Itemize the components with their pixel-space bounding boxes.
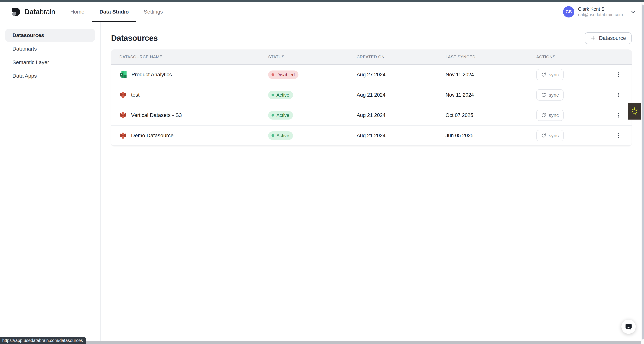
status-label: Active <box>276 113 289 118</box>
datasource-name-cell: X test <box>111 91 268 99</box>
row-menu-button[interactable] <box>614 111 622 120</box>
sync-label: sync <box>549 112 559 118</box>
sidebar: Datasources Datamarts Semantic Layer Dat… <box>0 22 100 344</box>
tab-data-studio[interactable]: Data Studio <box>92 2 136 22</box>
avatar: CS <box>563 6 574 17</box>
datasource-name: Vertical Datasets - S3 <box>131 112 182 118</box>
sync-button[interactable]: sync <box>536 89 564 101</box>
sync-button[interactable]: sync <box>536 130 564 141</box>
sync-button[interactable]: sync <box>536 110 564 121</box>
table-header-row: DATASOURCE NAME STATUS CREATED ON LAST S… <box>111 50 632 65</box>
status-label: Active <box>276 92 289 98</box>
table-row[interactable]: X Product Analytics Disabled Aug 27 2024… <box>111 65 632 85</box>
status-label: Active <box>276 133 289 138</box>
last-synced-cell: Jun 05 2025 <box>446 133 536 139</box>
user-email: uat@usedatabrain.com <box>578 12 623 17</box>
add-datasource-button[interactable]: Datasource <box>585 32 632 44</box>
sidebar-item-datamarts[interactable]: Datamarts <box>5 42 95 55</box>
table-body: X Product Analytics Disabled Aug 27 2024… <box>111 65 632 146</box>
last-synced-cell: Oct 07 2025 <box>446 112 536 118</box>
datasource-name: Demo Datasource <box>131 133 174 139</box>
feedback-widget-tab[interactable] <box>628 103 641 120</box>
tab-settings[interactable]: Settings <box>136 2 170 22</box>
col-header-datasource-name: DATASOURCE NAME <box>111 54 268 59</box>
page-header: Datasources Datasource <box>100 22 644 44</box>
status-badge: Active <box>268 131 293 140</box>
created-on-cell: Aug 21 2024 <box>357 112 446 118</box>
refresh-icon <box>541 92 546 97</box>
brand[interactable]: Databrain <box>11 2 55 22</box>
redshift-icon <box>120 112 126 119</box>
refresh-icon <box>541 113 546 118</box>
datasource-name: test <box>131 92 140 98</box>
sync-label: sync <box>549 133 559 139</box>
sync-label: sync <box>549 72 559 78</box>
databrain-logo-icon <box>11 7 21 17</box>
redshift-icon <box>120 132 126 139</box>
row-menu-button[interactable] <box>614 70 622 79</box>
actions-cell: sync <box>536 130 632 141</box>
tab-home[interactable]: Home <box>63 2 92 22</box>
datasource-name: Product Analytics <box>132 72 172 78</box>
excel-icon: X <box>120 71 127 78</box>
datasource-name-cell: X Demo Datasource <box>111 132 268 139</box>
row-menu-button[interactable] <box>614 91 622 99</box>
vertical-scrollbar[interactable] <box>641 2 644 344</box>
col-header-created-on: CREATED ON <box>357 54 446 59</box>
actions-cell: sync <box>536 69 632 80</box>
user-name: Clark Kent S <box>578 6 623 12</box>
sidebar-item-semantic-layer[interactable]: Semantic Layer <box>5 56 95 69</box>
chat-bubble-icon <box>624 323 633 331</box>
refresh-icon <box>541 133 546 138</box>
window-top-strip <box>0 0 644 2</box>
table-row[interactable]: X Demo Datasource Active Aug 21 2024 Jun… <box>111 126 632 146</box>
status-dot-icon <box>272 134 274 137</box>
status-badge: Active <box>268 111 293 120</box>
status-dot-icon <box>272 114 274 117</box>
table-row[interactable]: X test Active Aug 21 2024 Nov 11 2024 <box>111 85 632 105</box>
page-title: Datasources <box>111 34 158 43</box>
last-synced-cell: Nov 11 2024 <box>446 92 536 98</box>
table-row[interactable]: X Vertical Datasets - S3 Active Aug 21 2… <box>111 105 632 126</box>
horizontal-scrollbar[interactable] <box>0 341 641 344</box>
chat-launcher-button[interactable] <box>622 320 636 334</box>
asterisk-icon <box>630 107 640 116</box>
row-menu-button[interactable] <box>614 131 622 140</box>
status-cell: Active <box>268 111 357 120</box>
last-synced-cell: Nov 11 2024 <box>446 72 536 78</box>
status-badge: Active <box>268 91 293 99</box>
col-header-last-synced: LAST SYNCED <box>446 54 536 59</box>
status-dot-icon <box>272 94 274 96</box>
sidebar-item-data-apps[interactable]: Data Apps <box>5 70 95 82</box>
main-panel: Datasources Datasource DATASOURCE NAME S… <box>100 22 644 344</box>
status-cell: Active <box>268 91 357 99</box>
created-on-cell: Aug 27 2024 <box>357 72 446 78</box>
status-cell: Active <box>268 131 357 140</box>
status-badge: Disabled <box>268 70 298 79</box>
col-header-status: STATUS <box>268 54 357 59</box>
status-dot-icon <box>272 73 274 76</box>
sync-button[interactable]: sync <box>536 69 564 80</box>
scrollbar-thumb[interactable] <box>642 4 644 340</box>
content-shell: Datasources Datamarts Semantic Layer Dat… <box>0 22 644 344</box>
datasource-name-cell: X Vertical Datasets - S3 <box>111 112 268 119</box>
sync-label: sync <box>549 92 559 98</box>
created-on-cell: Aug 21 2024 <box>357 133 446 139</box>
datasources-table: DATASOURCE NAME STATUS CREATED ON LAST S… <box>111 50 632 146</box>
actions-cell: sync <box>536 110 632 121</box>
plus-icon <box>590 35 596 41</box>
top-navigation: Databrain Home Data Studio Settings CS C… <box>0 2 644 22</box>
created-on-cell: Aug 21 2024 <box>357 92 446 98</box>
databrain-app: Databrain Home Data Studio Settings CS C… <box>0 0 644 344</box>
brand-wordmark: Databrain <box>24 8 55 16</box>
chevron-down-icon <box>630 9 636 14</box>
redshift-icon <box>120 91 126 99</box>
svg-text:X: X <box>120 73 122 76</box>
refresh-icon <box>541 72 546 77</box>
actions-cell: sync <box>536 89 632 101</box>
primary-tabs: Home Data Studio Settings <box>63 2 170 22</box>
sidebar-item-datasources[interactable]: Datasources <box>5 29 95 42</box>
col-header-actions: ACTIONS <box>536 54 632 59</box>
user-menu[interactable]: CS Clark Kent S uat@usedatabrain.com <box>563 2 644 22</box>
datasource-name-cell: X Product Analytics <box>111 71 268 78</box>
